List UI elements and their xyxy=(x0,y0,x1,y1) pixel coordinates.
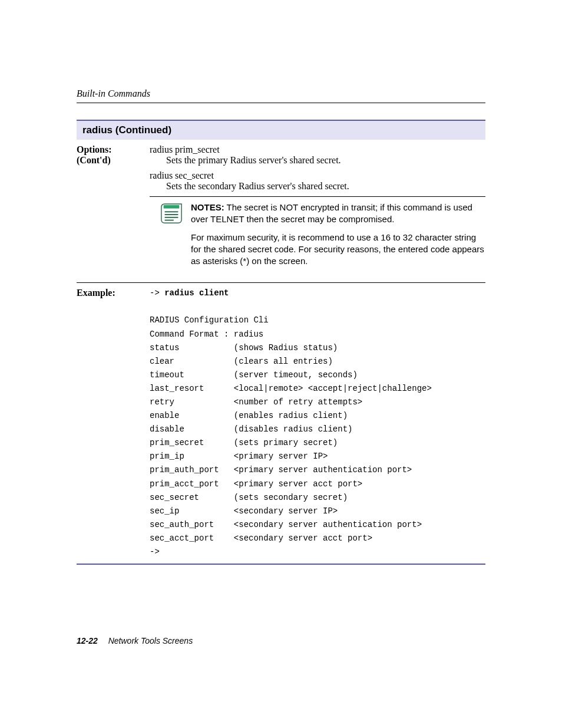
page: Built-in Commands radius (Continued) Opt… xyxy=(0,0,562,728)
options-label: Options: (Cont'd) xyxy=(77,140,150,282)
options-body: radius prim_secret Sets the primary Radi… xyxy=(150,140,485,282)
options-label-line1: Options: xyxy=(77,144,112,154)
footer-title: Network Tools Screens xyxy=(108,636,193,645)
note-icon xyxy=(160,202,183,230)
example-command: radius client xyxy=(164,288,229,298)
example-row: Example: -> radius client RADIUS Configu… xyxy=(77,282,485,565)
example-prompt: -> xyxy=(150,288,164,298)
option-name: radius prim_secret xyxy=(150,144,485,155)
notes-block: NOTES: The secret is NOT encrypted in tr… xyxy=(150,196,485,278)
section-title: radius (Continued) xyxy=(77,120,485,140)
page-number: 12-22 xyxy=(77,636,98,645)
note-paragraph: The secret is NOT encrypted in transit; … xyxy=(191,202,472,224)
option-desc: Sets the primary Radius server's shared … xyxy=(150,155,485,166)
options-label-line2: (Cont'd) xyxy=(77,155,111,165)
note-paragraph: For maximum security, it is recommend to… xyxy=(191,232,485,268)
notes-text: NOTES: The secret is NOT encrypted in tr… xyxy=(191,202,485,273)
example-output: RADIUS Configuration Cli Command Format … xyxy=(150,315,432,556)
svg-rect-0 xyxy=(164,205,180,209)
page-footer: 12-22 Network Tools Screens xyxy=(77,636,193,645)
option-desc: Sets the secondary Radius server's share… xyxy=(150,181,485,192)
example-body: -> radius client RADIUS Configuration Cl… xyxy=(150,283,485,564)
option-name: radius sec_secret xyxy=(150,170,485,181)
running-head: Built-in Commands xyxy=(77,88,485,103)
example-label: Example: xyxy=(77,283,150,564)
options-row: Options: (Cont'd) radius prim_secret Set… xyxy=(77,140,485,282)
notes-label: NOTES: xyxy=(191,202,224,212)
